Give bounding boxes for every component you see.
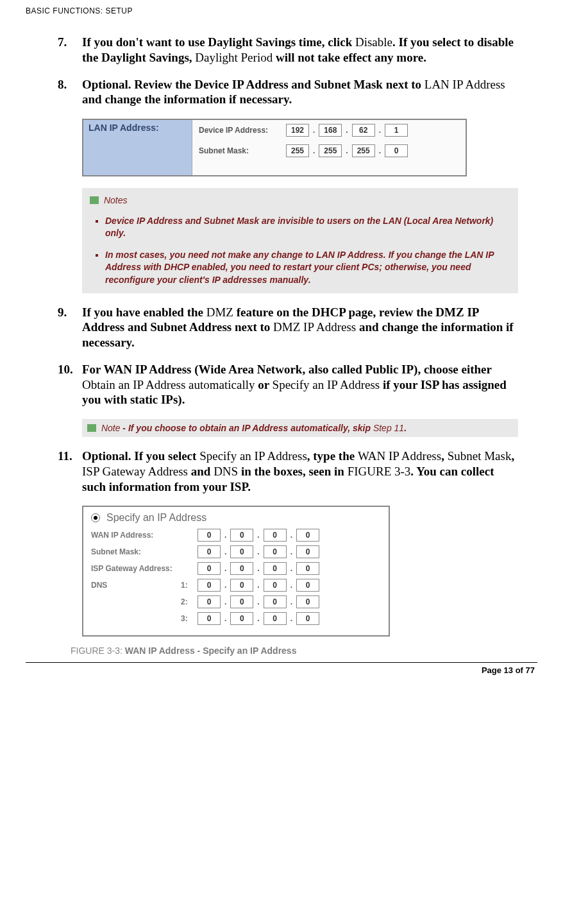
device-ip-row: Device IP Address: 192. 168. 62. 1	[199, 124, 459, 137]
footer-rule	[26, 662, 537, 663]
note-label: Note	[101, 423, 121, 433]
step-7-text: If you don't want to use Daylight Saving…	[82, 35, 355, 49]
device-ip-oct2[interactable]: 168	[319, 124, 342, 137]
step-11-text: Optional. If you select	[82, 449, 199, 463]
wan-row-0: WAN IP Address:0.0.0.0	[91, 529, 381, 542]
step-8: 8. Optional. Review the Device IP Addres…	[58, 77, 518, 108]
wan-dns-row-1: 2:0.0.0.0	[91, 595, 381, 608]
device-ip-oct3[interactable]: 62	[352, 124, 375, 137]
note-body: - If you choose to obtain an IP Address …	[120, 423, 373, 433]
wan-dns-label: 2:	[91, 597, 194, 606]
notes-icon	[87, 424, 96, 432]
specify-ip-radio[interactable]	[91, 513, 100, 522]
device-ip-label: Device IP Address:	[199, 126, 282, 135]
wan-ip-oct[interactable]: 0	[296, 545, 319, 558]
wan-dns-oct[interactable]: 0	[230, 595, 253, 608]
lan-ip-panel: LAN IP Address: Device IP Address: 192. …	[82, 119, 467, 176]
wan-dns-label: DNS1:	[91, 581, 194, 590]
figure-caption: FIGURE 3-3: WAN IP Address - Specify an …	[71, 646, 518, 656]
step-10: 10. For WAN IP Address (Wide Area Networ…	[58, 362, 518, 407]
step-8-number: 8.	[58, 77, 82, 108]
wan-row-2: ISP Gateway Address:0.0.0.0	[91, 562, 381, 575]
step-7-number: 7.	[58, 35, 82, 65]
notes-box: Notes Device IP Address and Subnet Mask …	[82, 188, 518, 293]
subnet-oct2[interactable]: 255	[319, 144, 342, 157]
device-ip-oct1[interactable]: 192	[286, 124, 309, 137]
step-10-number: 10.	[58, 362, 82, 407]
wan-ip-oct[interactable]: 0	[264, 529, 287, 542]
notes-title: Notes	[104, 195, 128, 205]
step-9-text: If you have enabled the	[82, 305, 206, 319]
subnet-oct4[interactable]: 0	[385, 144, 408, 157]
subnet-oct3[interactable]: 255	[352, 144, 375, 157]
wan-dns-row-2: 3:0.0.0.0	[91, 612, 381, 625]
step-10-text: For WAN IP Address (Wide Area Network, a…	[82, 363, 492, 376]
wan-dns-row-0: DNS1:0.0.0.0	[91, 579, 381, 592]
step-11: 11. Optional. If you select Specify an I…	[58, 449, 518, 494]
wan-dns-oct[interactable]: 0	[230, 579, 253, 592]
wan-ip-oct[interactable]: 0	[296, 529, 319, 542]
wan-dns-oct[interactable]: 0	[197, 612, 221, 625]
notes-icon	[90, 196, 99, 204]
wan-ip-oct[interactable]: 0	[197, 545, 221, 558]
notes-item-1: Device IP Address and Subnet Mask are in…	[105, 215, 510, 240]
note-step-ref: Step 11	[373, 423, 404, 433]
wan-ip-oct[interactable]: 0	[230, 562, 253, 575]
wan-ip-oct[interactable]: 0	[197, 529, 221, 542]
step-9-number: 9.	[58, 305, 82, 350]
step-7: 7. If you don't want to use Daylight Sav…	[58, 35, 518, 65]
wan-row-1: Subnet Mask:0.0.0.0	[91, 545, 381, 558]
step-9: 9. If you have enabled the DMZ feature o…	[58, 305, 518, 350]
wan-dns-oct[interactable]: 0	[296, 595, 319, 608]
lan-ip-label: LAN IP Address:	[83, 120, 192, 175]
wan-ip-oct[interactable]: 0	[264, 545, 287, 558]
step-11-number: 11.	[58, 449, 82, 494]
note-skip-step: Note - If you choose to obtain an IP Add…	[82, 419, 518, 437]
subnet-oct1[interactable]: 255	[286, 144, 309, 157]
page-number: Page 13 of 77	[26, 665, 537, 675]
device-ip-oct4[interactable]: 1	[385, 124, 408, 137]
wan-ip-oct[interactable]: 0	[296, 562, 319, 575]
specify-ip-title: Specify an IP Address	[106, 512, 206, 524]
wan-ip-oct[interactable]: 0	[264, 562, 287, 575]
wan-dns-oct[interactable]: 0	[296, 612, 319, 625]
wan-ip-oct[interactable]: 0	[230, 529, 253, 542]
wan-row-label: Subnet Mask:	[91, 547, 194, 556]
wan-dns-oct[interactable]: 0	[197, 595, 221, 608]
step-8-text: Optional. Review the Device IP Address a…	[82, 78, 424, 91]
wan-dns-oct[interactable]: 0	[296, 579, 319, 592]
wan-dns-oct[interactable]: 0	[264, 612, 287, 625]
wan-row-label: ISP Gateway Address:	[91, 564, 194, 573]
wan-dns-oct[interactable]: 0	[264, 579, 287, 592]
wan-dns-oct[interactable]: 0	[230, 612, 253, 625]
notes-item-2: In most cases, you need not make any cha…	[105, 249, 510, 287]
wan-specify-panel: Specify an IP Address WAN IP Address:0.0…	[82, 506, 390, 637]
wan-ip-oct[interactable]: 0	[197, 562, 221, 575]
wan-dns-label: 3:	[91, 614, 194, 623]
figure-title: WAN IP Address - Specify an IP Address	[125, 646, 297, 656]
subnet-mask-label: Subnet Mask:	[199, 146, 282, 155]
figure-prefix: FIGURE 3-3:	[71, 646, 125, 656]
wan-row-label: WAN IP Address:	[91, 531, 194, 540]
wan-dns-oct[interactable]: 0	[264, 595, 287, 608]
subnet-mask-row: Subnet Mask: 255. 255. 255. 0	[199, 144, 459, 157]
page-header: BASIC FUNCTIONS: SETUP	[26, 6, 537, 15]
wan-ip-oct[interactable]: 0	[230, 545, 253, 558]
wan-dns-oct[interactable]: 0	[197, 579, 221, 592]
